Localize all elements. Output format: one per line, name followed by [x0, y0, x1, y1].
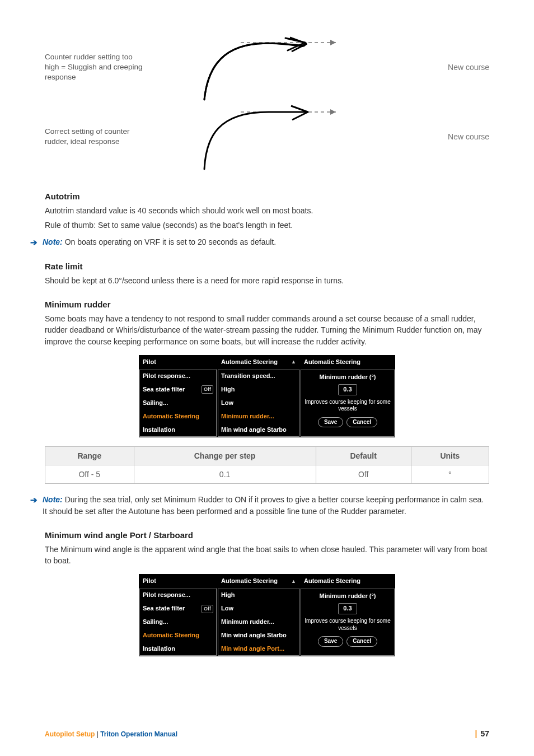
td-units: °	[411, 465, 489, 483]
menu-item[interactable]: Low	[218, 396, 299, 410]
note-label: Note:	[43, 495, 63, 504]
menu-item[interactable]: Pilot response...	[139, 589, 217, 602]
th-step: Change per step	[134, 446, 316, 465]
submenu-title: Automatic Steering	[221, 358, 278, 367]
dialog-label: Minimum rudder (°)	[304, 592, 391, 601]
note-minrudder: ➔ Note: During the sea trial, only set M…	[30, 494, 489, 517]
screenshot-group-2: Pilot Pilot response... Sea state filter…	[45, 574, 489, 656]
footer-section: Autopilot Setup	[45, 730, 95, 738]
diagram-curve-sluggish	[157, 34, 347, 101]
menu-item-active[interactable]: Minimum rudder...	[218, 410, 299, 423]
submenu-auto-steering: Automatic Steering▲ Transition speed... …	[217, 355, 300, 437]
menu-item[interactable]: Transition speed...	[218, 370, 299, 383]
heading-minrudder: Minimum rudder	[45, 298, 489, 311]
note-arrow-icon: ➔	[30, 236, 43, 248]
menu-item[interactable]: High	[218, 383, 299, 396]
menu-item[interactable]: Sailing...	[139, 615, 217, 629]
diagram-label: Counter rudder setting too high = Sluggi…	[45, 52, 157, 83]
menu-item[interactable]: Sea state filterOff	[139, 602, 217, 615]
menu-item[interactable]: High	[218, 589, 299, 602]
menu-item[interactable]: Installation	[139, 423, 217, 437]
note-body: On boats operating on VRF it is set to 2…	[63, 237, 276, 246]
th-default: Default	[316, 446, 411, 465]
scroll-up-icon: ▲	[291, 358, 296, 366]
save-button[interactable]: Save	[318, 636, 343, 647]
dialog-label: Minimum rudder (°)	[304, 373, 391, 382]
note-arrow-icon: ➔	[30, 494, 43, 506]
menu-item[interactable]: Installation	[139, 642, 217, 656]
menu-item[interactable]: Pilot response...	[139, 370, 217, 383]
td-range: Off - 5	[45, 465, 134, 483]
note-autotrim: ➔ Note: On boats operating on VRF it is …	[30, 236, 489, 248]
menu-title: Pilot	[143, 577, 156, 586]
menu-pilot: Pilot Pilot response... Sea state filter…	[139, 355, 217, 437]
minrudder-p1: Some boats may have a tendency to not re…	[45, 313, 489, 347]
svg-marker-1	[330, 40, 336, 45]
dialog-min-rudder: Automatic Steering Minimum rudder (°) 0.…	[300, 355, 395, 437]
course-diagrams: Counter rudder setting too high = Sluggi…	[45, 34, 489, 170]
menu-pilot: Pilot Pilot response... Sea state filter…	[139, 574, 217, 656]
dialog-title: Automatic Steering	[304, 358, 360, 367]
heading-minwind: Minimum wind angle Port / Starboard	[45, 529, 489, 542]
menu-title: Pilot	[143, 358, 156, 367]
page-footer: Autopilot Setup | Triton Operation Manua…	[45, 728, 489, 739]
autotrim-p1: Autotrim standard value is 40 seconds wh…	[45, 205, 489, 216]
menu-item[interactable]: Min wind angle Starbo	[218, 629, 299, 642]
footer-bar: |	[475, 729, 477, 738]
menu-item-active[interactable]: Min wind angle Port...	[218, 642, 299, 656]
menu-item[interactable]: Sea state filterOff	[139, 383, 217, 396]
menu-item[interactable]: Sailing...	[139, 396, 217, 410]
td-default: Off	[316, 465, 411, 483]
footer-manual: Triton Operation Manual	[100, 730, 177, 738]
footer-page: 57	[479, 729, 489, 738]
svg-marker-3	[330, 109, 336, 115]
minwind-p1: The Minimum wind angle is the apparent w…	[45, 544, 489, 567]
cancel-button[interactable]: Cancel	[346, 417, 377, 428]
menu-item-active[interactable]: Automatic Steering	[139, 629, 217, 642]
cancel-button[interactable]: Cancel	[346, 636, 377, 647]
autotrim-p2: Rule of thumb: Set to same value (second…	[45, 220, 489, 231]
new-course-label: New course	[435, 62, 489, 73]
menu-item-active[interactable]: Automatic Steering	[139, 410, 217, 423]
dialog-value[interactable]: 0.3	[338, 603, 357, 614]
save-button[interactable]: Save	[318, 417, 343, 428]
th-range: Range	[45, 446, 134, 465]
note-body: During the sea trial, only set Minimum R…	[43, 495, 484, 515]
td-step: 0.1	[134, 465, 316, 483]
diagram-sluggish: Counter rudder setting too high = Sluggi…	[45, 34, 489, 101]
dialog-help: Improves course keeping for some vessels	[304, 399, 391, 413]
scroll-up-icon: ▲	[291, 578, 296, 585]
ratelimit-p1: Should be kept at 6.0°/second unless the…	[45, 275, 489, 286]
heading-autotrim: Autotrim	[45, 190, 489, 203]
diagram-ideal: Correct setting of counter rudder, ideal…	[45, 103, 489, 170]
min-rudder-table: Range Change per step Default Units Off …	[45, 446, 489, 484]
submenu-auto-steering: Automatic Steering▲ High Low Minimum rud…	[217, 574, 300, 656]
note-label: Note:	[43, 237, 63, 246]
menu-item[interactable]: Low	[218, 602, 299, 615]
dialog-title: Automatic Steering	[304, 577, 360, 586]
dialog-value[interactable]: 0.3	[338, 384, 357, 395]
new-course-label: New course	[435, 131, 489, 142]
menu-item[interactable]: Min wind angle Starbo	[218, 423, 299, 437]
dialog-help: Improves course keeping for some vessels	[304, 618, 391, 632]
diagram-label: Correct setting of counter rudder, ideal…	[45, 127, 157, 147]
menu-item[interactable]: Minimum rudder...	[218, 615, 299, 629]
th-units: Units	[411, 446, 489, 465]
screenshot-group-1: Pilot Pilot response... Sea state filter…	[45, 355, 489, 437]
dialog-min-rudder: Automatic Steering Minimum rudder (°) 0.…	[300, 574, 395, 656]
heading-ratelimit: Rate limit	[45, 260, 489, 273]
diagram-curve-ideal	[157, 103, 347, 170]
submenu-title: Automatic Steering	[221, 577, 278, 586]
